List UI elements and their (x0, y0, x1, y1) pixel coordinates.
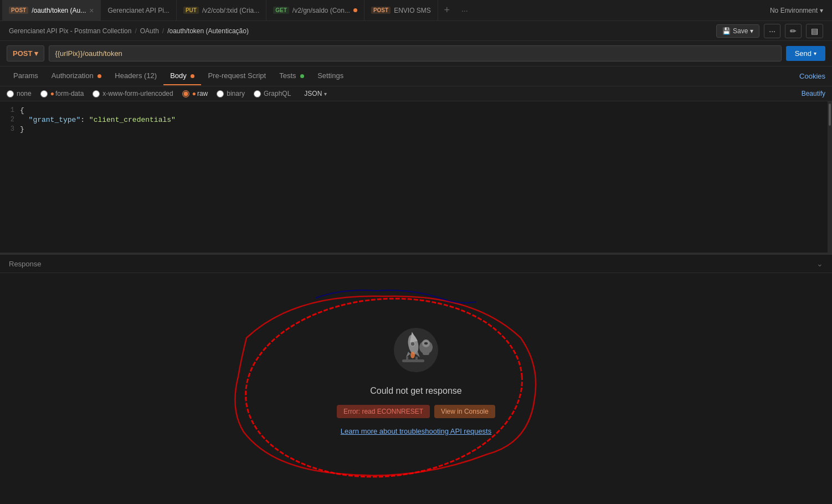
breadcrumb-sep-2: / (162, 27, 164, 35)
tab-body[interactable]: Body (163, 67, 201, 85)
scrollbar-track (828, 101, 832, 253)
line-content: "grant_type": "client_credentials" (20, 116, 832, 124)
tab-method-badge: POST (371, 7, 391, 14)
breadcrumb-sep-1: / (135, 27, 136, 35)
env-label: No Environment (770, 7, 818, 14)
code-editor[interactable]: 1 { 2 "grant_type": "client_credentials"… (0, 101, 832, 253)
tab-authorization-label: Authorization (52, 71, 94, 80)
line-content: { (20, 106, 832, 115)
url-bar: POST ▾ Send ▾ (0, 41, 832, 66)
svg-point-10 (424, 342, 428, 345)
body-type-urlencoded-label: x-www-form-urlencoded (102, 90, 173, 97)
expand-icon[interactable]: ⌄ (816, 259, 823, 268)
tab-headers[interactable]: Headers (12) (108, 67, 163, 85)
breadcrumb-part-2[interactable]: OAuth (140, 27, 159, 35)
cookies-link[interactable]: Cookies (799, 72, 825, 80)
error-badge-row: Error: read ECONNRESET View in Console (337, 405, 495, 418)
line-content: } (20, 125, 832, 133)
svg-rect-12 (406, 357, 408, 360)
method-chevron-icon: ▾ (34, 49, 38, 58)
tab-method-badge: PUT (183, 7, 199, 14)
tab-body-label: Body (170, 71, 187, 80)
line-number: 3 (0, 125, 20, 133)
tab-prerequest-label: Pre-request Script (208, 71, 266, 80)
response-title: Response (9, 260, 42, 268)
svg-rect-9 (423, 349, 429, 355)
method-label: POST (13, 49, 32, 58)
response-body: Could not get response Error: read ECONN… (0, 273, 832, 504)
tab-params-label: Params (13, 71, 38, 80)
more-options-button[interactable]: ··· (764, 24, 780, 38)
tab-method-badge: GET (273, 7, 289, 14)
svg-point-3 (410, 342, 415, 346)
tab-saldo[interactable]: GET /v2/gn/saldo (Con... (266, 0, 364, 21)
send-button[interactable]: Send ▾ (786, 46, 825, 61)
body-type-binary[interactable]: binary (217, 90, 245, 97)
more-tabs-button[interactable]: ··· (456, 0, 474, 21)
chevron-down-icon: ▾ (820, 7, 823, 14)
add-tab-button[interactable]: + (438, 0, 456, 21)
tab-bar: POST /oauth/token (Au... × Gerencianet A… (0, 0, 832, 21)
body-type-raw[interactable]: ● raw (182, 90, 208, 97)
svg-rect-13 (415, 357, 418, 360)
breadcrumb: Gerencianet API Pix - Postman Collection… (9, 27, 249, 35)
breadcrumb-part-1[interactable]: Gerencianet API Pix - Postman Collection (9, 27, 131, 35)
body-type-formdata[interactable]: ● form-data (40, 90, 84, 97)
method-selector[interactable]: POST ▾ (7, 45, 44, 61)
scrollbar-thumb[interactable] (829, 104, 831, 126)
rocket-illustration (383, 320, 449, 375)
line-number: 2 (0, 116, 20, 124)
tab-close-icon[interactable]: × (89, 6, 94, 15)
url-input[interactable] (49, 45, 781, 61)
body-type-none[interactable]: none (7, 90, 32, 97)
tab-tests-dot (300, 74, 304, 78)
send-label: Send (795, 49, 812, 58)
view-button[interactable]: ▤ (806, 24, 823, 38)
tab-cob[interactable]: PUT /v2/cob/:txid (Cria... (177, 0, 266, 21)
body-type-graphql-label: GraphQL (264, 90, 291, 97)
tab-params[interactable]: Params (7, 67, 45, 85)
tab-sms[interactable]: POST ENVIO SMS (364, 0, 438, 21)
tab-tests[interactable]: Tests (273, 67, 311, 85)
svg-rect-11 (402, 359, 424, 362)
error-badge: Error: read ECONNRESET (337, 405, 430, 418)
format-selector[interactable]: JSON ▾ (304, 90, 327, 97)
save-icon: 💾 (722, 27, 731, 35)
tab-authorization[interactable]: Authorization (45, 67, 109, 85)
tab-title: /v2/gn/saldo (Con... (292, 7, 350, 14)
code-line-1: 1 { (0, 106, 832, 115)
tab-title: /oauth/token (Au... (32, 7, 86, 14)
body-type-none-label: none (17, 90, 32, 97)
tab-dot-icon (353, 8, 357, 12)
tab-headers-label: Headers (12) (115, 71, 157, 80)
svg-point-4 (410, 352, 415, 358)
format-label: JSON (304, 90, 322, 97)
tab-title: /v2/cob/:txid (Cria... (202, 7, 259, 14)
edit-button[interactable]: ✏ (785, 24, 802, 38)
breadcrumb-current: /oauth/token (Autenticação) (167, 27, 249, 35)
send-arrow-icon: ▾ (814, 50, 816, 56)
line-number: 1 (0, 106, 20, 114)
body-type-bar: none ● form-data x-www-form-urlencoded ●… (0, 86, 832, 101)
response-header: Response ⌄ (0, 255, 832, 273)
save-button[interactable]: 💾 Save ▾ (716, 24, 759, 38)
tab-prerequest[interactable]: Pre-request Script (201, 67, 273, 85)
view-console-button[interactable]: View in Console (434, 405, 495, 418)
tab-settings[interactable]: Settings (311, 67, 350, 85)
tab-authorization-dot (97, 74, 101, 78)
code-line-3: 3 } (0, 125, 832, 134)
beautify-button[interactable]: Beautify (802, 90, 825, 97)
tab-oauth-token[interactable]: POST /oauth/token (Au... × (2, 0, 101, 21)
tab-title: ENVIO SMS (394, 7, 431, 14)
environment-selector[interactable]: No Environment ▾ (770, 7, 823, 14)
learn-more-link[interactable]: Learn more about troubleshooting API req… (341, 427, 491, 435)
save-dropdown-icon: ▾ (750, 27, 753, 35)
body-type-urlencoded[interactable]: x-www-form-urlencoded (93, 90, 173, 97)
body-type-graphql[interactable]: GraphQL (254, 90, 291, 97)
body-type-raw-label: raw (197, 90, 208, 97)
error-title: Could not get response (370, 386, 461, 396)
format-chevron-icon: ▾ (324, 91, 327, 97)
body-type-binary-label: binary (227, 90, 245, 97)
tab-gerencianet[interactable]: Gerencianet API Pi... (101, 0, 176, 21)
body-type-formdata-label: form-data (55, 90, 84, 97)
